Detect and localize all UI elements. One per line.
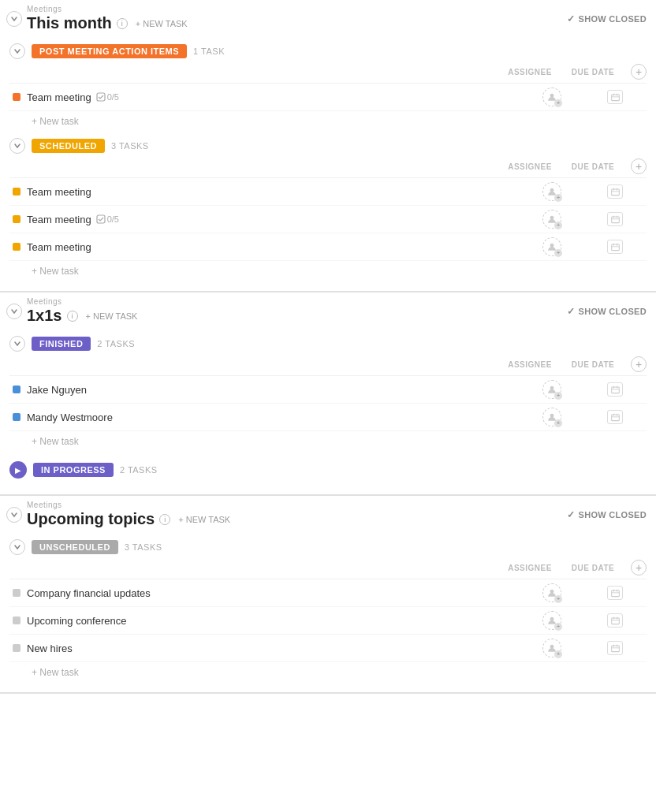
column-headers: ASSIGNEE DUE DATE + (9, 62, 647, 84)
duedate-cell (583, 410, 647, 424)
assignee-avatar[interactable]: + (542, 210, 561, 229)
task-name: Team meeting (27, 186, 520, 198)
show-closed-btn[interactable]: ✓ SHOW CLOSED (567, 306, 647, 317)
group-header: FINISHED 2 TASKS (9, 333, 647, 355)
duedate-col-header: DUE DATE (561, 162, 624, 171)
task-checkbox-icon: 0/5 (96, 92, 119, 102)
section-title: 1x1s (27, 307, 62, 325)
calendar-icon[interactable] (607, 184, 623, 199)
task-color-indicator (13, 413, 20, 421)
svg-rect-11 (97, 215, 105, 223)
section-collapse-btn[interactable] (6, 11, 22, 27)
add-column-btn[interactable]: + (631, 356, 647, 372)
info-icon[interactable]: i (67, 311, 78, 322)
svg-point-17 (550, 244, 554, 248)
collapse-btn[interactable] (9, 336, 25, 352)
task-name: Jake Nguyen (27, 384, 520, 396)
svg-point-22 (550, 386, 554, 390)
duedate-cell (583, 184, 647, 199)
assignee-col-header: ASSIGNEE (498, 68, 561, 76)
svg-rect-43 (611, 646, 619, 652)
group-tag: POST MEETING ACTION ITEMS (32, 44, 187, 58)
section-new-task-btn[interactable]: + NEW TASK (132, 17, 191, 30)
add-task-btn[interactable]: + New task (9, 261, 647, 278)
add-task-btn[interactable]: + New task (9, 111, 647, 129)
section-collapse-btn[interactable] (6, 304, 22, 319)
task-color-indicator (13, 215, 20, 223)
assignee-avatar[interactable]: + (542, 611, 561, 630)
svg-rect-33 (611, 590, 619, 597)
assignee-cell: + (520, 182, 583, 201)
calendar-icon[interactable] (607, 90, 623, 104)
group-task-count: 3 TASKS (125, 542, 162, 552)
task-row: Team meeting 0/5 + (9, 84, 647, 111)
section-collapse-btn[interactable] (6, 507, 22, 523)
add-column-btn[interactable]: + (631, 158, 647, 174)
section-header-left: Meetings Upcoming topics i + NEW TASK (6, 501, 233, 528)
group-header: POST MEETING ACTION ITEMS 1 TASK (9, 40, 647, 62)
avatar-add-icon: + (554, 392, 562, 400)
section-new-task-btn[interactable]: + NEW TASK (83, 310, 141, 322)
calendar-icon[interactable] (607, 613, 623, 628)
assignee-avatar[interactable]: + (542, 639, 561, 657)
calendar-icon[interactable] (607, 641, 623, 655)
avatar-add-icon: + (554, 99, 562, 107)
info-icon[interactable]: i (117, 18, 128, 29)
assignee-avatar[interactable]: + (542, 182, 561, 201)
task-color-indicator (13, 243, 20, 251)
svg-point-12 (550, 216, 554, 220)
add-column-btn[interactable]: + (631, 560, 647, 575)
avatar-add-icon: + (554, 595, 562, 603)
section-category: Meetings (27, 297, 140, 306)
calendar-icon[interactable] (607, 410, 623, 424)
section-new-task-btn[interactable]: + NEW TASK (175, 513, 233, 526)
info-icon[interactable]: i (159, 514, 170, 525)
show-closed-btn[interactable]: ✓ SHOW CLOSED (567, 509, 647, 520)
svg-rect-23 (611, 387, 619, 393)
avatar-add-icon: + (554, 623, 562, 631)
task-name: New hires (27, 643, 520, 654)
assignee-avatar[interactable]: + (542, 237, 561, 256)
show-closed-btn[interactable]: ✓ SHOW CLOSED (567, 13, 647, 24)
duedate-cell (583, 586, 647, 600)
task-color-indicator (13, 589, 20, 597)
add-column-btn[interactable]: + (631, 64, 647, 80)
group-task-count: 2 TASKS (97, 339, 135, 348)
duedate-col-header: DUE DATE (561, 360, 624, 369)
task-name: Upcoming conference (27, 615, 520, 627)
assignee-avatar[interactable]: + (542, 583, 561, 602)
task-row: Team meeting 0/5 + (9, 206, 647, 233)
group-header: SCHEDULED 3 TASKS (9, 135, 647, 157)
section-upcoming-topics: Meetings Upcoming topics i + NEW TASK ✓ … (0, 496, 656, 694)
duedate-col-header: DUE DATE (561, 68, 624, 76)
calendar-icon[interactable] (607, 586, 623, 600)
assignee-cell: + (520, 88, 583, 106)
group-header: UNSCHEDULED 3 TASKS (9, 536, 647, 558)
svg-point-6 (550, 188, 554, 192)
svg-point-1 (550, 94, 554, 98)
section-header-left: Meetings This month i + NEW TASK (6, 5, 191, 32)
section-header: Meetings Upcoming topics i + NEW TASK ✓ … (0, 496, 656, 530)
svg-rect-0 (97, 93, 105, 101)
svg-rect-38 (611, 618, 619, 624)
task-name: Team meeting 0/5 (27, 214, 520, 225)
add-task-btn[interactable]: + New task (9, 431, 647, 449)
assignee-avatar[interactable]: + (542, 408, 561, 426)
collapse-btn[interactable] (9, 43, 25, 59)
assignee-avatar[interactable]: + (542, 88, 561, 106)
collapse-btn[interactable] (9, 539, 25, 555)
collapse-btn[interactable] (9, 138, 25, 154)
add-task-btn[interactable]: + New task (9, 662, 647, 680)
group-tag: FINISHED (32, 337, 91, 351)
assignee-avatar[interactable]: + (542, 380, 561, 399)
calendar-icon[interactable] (607, 212, 623, 226)
show-closed-check: ✓ (567, 13, 575, 24)
avatar-add-icon: + (554, 419, 562, 427)
show-closed-label: SHOW CLOSED (579, 14, 647, 24)
in-progress-play-btn[interactable]: ▶ (9, 461, 27, 479)
duedate-cell (583, 613, 647, 628)
assignee-cell: + (520, 408, 583, 426)
duedate-col-header: DUE DATE (561, 564, 624, 572)
calendar-icon[interactable] (607, 240, 623, 254)
calendar-icon[interactable] (607, 382, 623, 397)
